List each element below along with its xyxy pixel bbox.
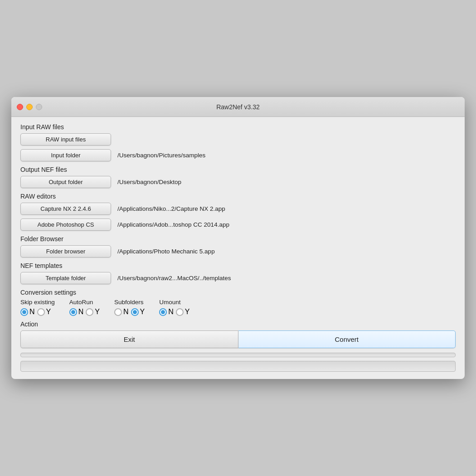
adobe-ps-path: /Applications/Adob...toshop CC 2014.app bbox=[117, 221, 229, 228]
umount-y-label[interactable]: Y bbox=[185, 308, 190, 316]
skip-existing-group: Skip existing N Y bbox=[20, 299, 55, 316]
traffic-lights bbox=[17, 104, 42, 110]
input-folder-path: /Users/bagnon/Pictures/samples bbox=[117, 152, 205, 159]
template-folder-button[interactable]: Template folder bbox=[20, 272, 111, 284]
skip-existing-n-radio[interactable] bbox=[20, 308, 28, 316]
input-folder-button[interactable]: Input folder bbox=[20, 149, 111, 161]
subfolders-y-item: Y bbox=[131, 308, 145, 316]
content-area: Input RAW files RAW input files Input fo… bbox=[11, 117, 465, 379]
skip-existing-n-item: N bbox=[20, 308, 35, 316]
skip-existing-label: Skip existing bbox=[20, 299, 55, 306]
umount-y-radio[interactable] bbox=[176, 308, 184, 316]
raw-input-row: RAW input files bbox=[20, 133, 456, 146]
folder-browser-path: /Applications/Photo Mechanic 5.app bbox=[117, 248, 215, 255]
subfolders-n-item: N bbox=[114, 308, 129, 316]
maximize-button[interactable] bbox=[36, 104, 42, 110]
skip-existing-radios: N Y bbox=[20, 308, 51, 316]
output-folder-path: /Users/bagnon/Desktop bbox=[117, 179, 181, 185]
skip-existing-y-label[interactable]: Y bbox=[46, 308, 51, 316]
output-folder-row: Output folder /Users/bagnon/Desktop bbox=[20, 176, 456, 188]
action-buttons: Exit Convert bbox=[20, 330, 456, 348]
umount-n-item: N bbox=[159, 308, 174, 316]
subfolders-n-radio[interactable] bbox=[114, 308, 122, 316]
umount-radios: N Y bbox=[159, 308, 189, 316]
window-title: Raw2Nef v3.32 bbox=[216, 103, 260, 111]
input-raw-header: Input RAW files bbox=[20, 123, 456, 131]
autorun-label: AutoRun bbox=[69, 299, 93, 306]
skip-existing-n-label[interactable]: N bbox=[29, 308, 35, 316]
capture-nx-row: Capture NX 2 2.4.6 /Applications/Niko...… bbox=[20, 203, 456, 215]
folder-browser-row: Folder browser /Applications/Photo Mecha… bbox=[20, 245, 456, 257]
umount-y-item: Y bbox=[176, 308, 190, 316]
autorun-n-item: N bbox=[69, 308, 84, 316]
nef-templates-header: NEF templates bbox=[20, 262, 456, 269]
autorun-radios: N Y bbox=[69, 308, 100, 316]
autorun-y-label[interactable]: Y bbox=[95, 308, 100, 316]
conversion-settings-header: Conversion settings bbox=[20, 289, 456, 296]
template-folder-row: Template folder /Users/bagnon/raw2...Mac… bbox=[20, 272, 456, 284]
minimize-button[interactable] bbox=[26, 104, 33, 110]
progress-bar bbox=[20, 353, 456, 357]
umount-group: Umount N Y bbox=[159, 299, 189, 316]
umount-n-radio[interactable] bbox=[159, 308, 167, 316]
capture-nx-path: /Applications/Niko...2/Capture NX 2.app bbox=[117, 205, 225, 212]
autorun-group: AutoRun N Y bbox=[69, 299, 100, 316]
adobe-ps-row: Adobe Photoshop CS /Applications/Adob...… bbox=[20, 219, 456, 231]
raw-input-files-button[interactable]: RAW input files bbox=[20, 133, 111, 146]
skip-existing-y-item: Y bbox=[37, 308, 51, 316]
autorun-n-label[interactable]: N bbox=[78, 308, 84, 316]
capture-nx-button[interactable]: Capture NX 2 2.4.6 bbox=[20, 203, 111, 215]
autorun-y-item: Y bbox=[86, 308, 100, 316]
title-bar: Raw2Nef v3.32 bbox=[11, 97, 465, 117]
exit-button[interactable]: Exit bbox=[20, 330, 238, 348]
raw-editors-header: RAW editors bbox=[20, 193, 456, 200]
conversion-settings-row: Skip existing N Y AutoRun bbox=[20, 299, 456, 316]
template-folder-path: /Users/bagnon/raw2...MacOS/../templates bbox=[117, 275, 231, 282]
output-folder-button[interactable]: Output folder bbox=[20, 176, 111, 188]
folder-browser-header: Folder Browser bbox=[20, 235, 456, 243]
adobe-ps-button[interactable]: Adobe Photoshop CS bbox=[20, 219, 111, 231]
autorun-y-radio[interactable] bbox=[86, 308, 93, 316]
skip-existing-y-radio[interactable] bbox=[37, 308, 45, 316]
umount-label: Umount bbox=[159, 299, 180, 306]
subfolders-n-label[interactable]: N bbox=[123, 308, 129, 316]
action-section: Action Exit Convert bbox=[20, 321, 456, 372]
convert-button[interactable]: Convert bbox=[238, 330, 456, 348]
action-header: Action bbox=[20, 321, 456, 328]
subfolders-label: Subfolders bbox=[114, 299, 144, 306]
subfolders-y-label[interactable]: Y bbox=[140, 308, 145, 316]
input-folder-row: Input folder /Users/bagnon/Pictures/samp… bbox=[20, 149, 456, 161]
autorun-n-radio[interactable] bbox=[69, 308, 77, 316]
close-button[interactable] bbox=[17, 104, 23, 110]
subfolders-group: Subfolders N Y bbox=[114, 299, 145, 316]
folder-browser-button[interactable]: Folder browser bbox=[20, 245, 111, 257]
subfolders-y-radio[interactable] bbox=[131, 308, 139, 316]
main-window: Raw2Nef v3.32 Input RAW files RAW input … bbox=[11, 97, 465, 379]
subfolders-radios: N Y bbox=[114, 308, 145, 316]
status-bar bbox=[20, 361, 456, 372]
umount-n-label[interactable]: N bbox=[168, 308, 174, 316]
output-nef-header: Output NEF files bbox=[20, 166, 456, 173]
